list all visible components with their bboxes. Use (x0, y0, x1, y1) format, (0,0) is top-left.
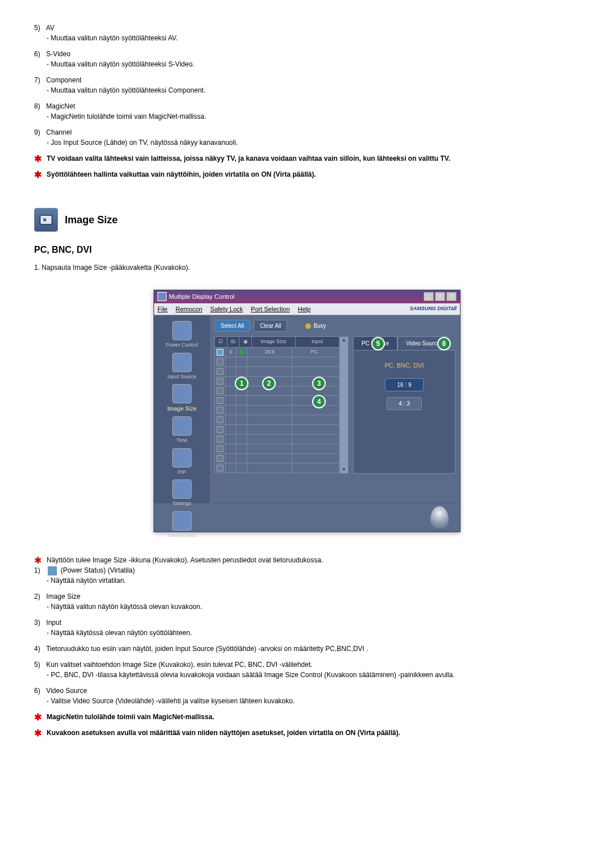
sidebar-item-time[interactable]: Time (156, 416, 208, 445)
bottom-section: Näyttöön tulee Image Size -ikkuna (Kuvak… (34, 555, 580, 738)
section-header: Image Size (34, 208, 580, 232)
row-checkbox[interactable] (217, 445, 223, 452)
list-title: Input (46, 619, 61, 627)
list-num: 3) (34, 617, 44, 628)
close-button[interactable]: × (446, 292, 457, 301)
sidebar-item-pip[interactable]: PIP (156, 448, 208, 477)
list-desc: - Muuttaa valitun näytön syöttölähteeksi… (47, 59, 580, 69)
list-item-5: 5) AV - Muuttaa valitun näytön syöttöläh… (34, 23, 580, 43)
row-checkbox[interactable] (217, 378, 223, 385)
row-checkbox[interactable] (217, 416, 223, 423)
table-row-empty (214, 425, 339, 435)
menu-help[interactable]: Help (298, 304, 311, 314)
list-title: Image Size (46, 592, 80, 600)
callout-5: 5 (371, 337, 385, 350)
table-row-empty (214, 464, 339, 473)
titlebar-left: Multiple Display Control (157, 292, 235, 302)
callout-2: 2 (262, 377, 276, 390)
row-checkbox[interactable] (217, 358, 223, 365)
list-title: Component (46, 76, 81, 84)
table-scrollbar[interactable] (339, 336, 349, 474)
table-row-empty (214, 435, 339, 444)
row-checkbox[interactable] (217, 426, 223, 433)
input-source-icon (172, 353, 192, 372)
list-title: Video Source (46, 687, 87, 695)
list-title: AV (46, 24, 55, 32)
list-title: Channel (46, 128, 72, 136)
row-checkbox[interactable] (217, 407, 223, 414)
row-checkbox[interactable] (217, 387, 223, 394)
brand-logo: SAMSUNG DIGITall (410, 305, 457, 313)
list-desc: - Näyttää näytön virtatilan. (47, 575, 580, 586)
row-checkbox[interactable] (217, 349, 223, 356)
menu-file[interactable]: File (157, 304, 168, 314)
row-checkbox[interactable] (217, 465, 223, 471)
list-title: Kun valitset vaihtoehdon Image Size (Kuv… (46, 661, 312, 669)
callout-3: 3 (312, 377, 326, 390)
tabs-panel: PC Source Video Source PC, BNC, DVI 16 :… (353, 336, 455, 474)
sidebar: Power Control Input Source Image Size Ti… (154, 315, 210, 503)
menu-safety-lock[interactable]: Safety Lock (210, 304, 243, 314)
list-item-6: 6) S-Video - Muuttaa valitun näytön syöt… (34, 49, 580, 69)
list-item-b6: 6) Video Source - Valitse Video Source (… (34, 686, 580, 706)
row-checkbox[interactable] (217, 436, 223, 443)
sidebar-item-input-source[interactable]: Input Source (156, 353, 208, 381)
row-checkbox[interactable] (217, 368, 223, 375)
note-tv-source: TV voidaan valita lähteeksi vain laittei… (34, 153, 580, 164)
row-id: 0 (226, 348, 237, 357)
main-content: Select All Clear All Busy ☑ ID (210, 315, 460, 503)
busy-icon (305, 323, 311, 329)
list-item-b1: 1) (Power Status) (Virtatila) - Näyttää … (34, 565, 580, 586)
list-title: (Power Status) (Virtatila) (61, 566, 135, 574)
list-desc: - MagicNetin tulolähde toimii vain Magic… (47, 111, 580, 122)
list-desc: - Valitse Video Source (Videolähde) -väl… (47, 696, 580, 706)
app-body: Power Control Input Source Image Size Ti… (154, 315, 460, 503)
maximize-button[interactable]: □ (435, 292, 445, 301)
list-num: 7) (34, 75, 44, 85)
app-window: Multiple Display Control _ □ × File Remo… (154, 290, 460, 532)
callout-1: 1 (235, 377, 248, 390)
menu-remocon[interactable]: Remocon (176, 304, 202, 314)
note-input-source: Syöttölähteen hallinta vaikuttaa vain nä… (34, 169, 580, 180)
row-checkbox[interactable] (217, 455, 223, 462)
sidebar-label: Settings (156, 500, 208, 508)
th-input: Input (296, 337, 339, 347)
th-id: ID (227, 337, 240, 347)
subsection-title: PC, BNC, DVI (34, 243, 580, 257)
power-icon (172, 321, 192, 340)
list-desc: - Näyttää käytössä olevan näytön syöttöl… (47, 628, 580, 638)
list-item-b2: 2) Image Size - Näyttää valitun näytön k… (34, 591, 580, 612)
clear-all-button[interactable]: Clear All (254, 320, 287, 332)
settings-icon (172, 479, 192, 499)
menubar: File Remocon Safety Lock Port Selection … (154, 303, 460, 316)
note-image-size-setting: Kuvakoon asetuksen avulla voi määrittää … (34, 728, 580, 738)
minimize-button[interactable]: _ (424, 292, 434, 301)
content-row: ☑ ID ◉ Image Size Input 0 16:9 (214, 336, 455, 474)
info-icon[interactable] (430, 506, 449, 529)
option-16-9[interactable]: 16 : 9 (385, 378, 423, 391)
power-status-inline-icon (48, 566, 57, 575)
app-screenshot: Multiple Display Control _ □ × File Remo… (154, 290, 460, 532)
sidebar-item-power-control[interactable]: Power Control (156, 321, 208, 349)
callout-4: 4 (312, 395, 326, 408)
list-num: 9) (34, 127, 44, 137)
list-title: Tietoruudukko tuo esiin vain näytöt, joi… (46, 645, 368, 653)
row-checkbox[interactable] (217, 397, 223, 404)
sidebar-label: Time (156, 437, 208, 445)
image-size-icon (34, 208, 58, 232)
sidebar-item-image-size[interactable]: Image Size (156, 384, 208, 413)
sidebar-item-maintenance[interactable]: Maintenance (156, 511, 208, 540)
section-intro: 1. Napsauta Image Size -pääkuvaketta (Ku… (34, 262, 580, 273)
sidebar-item-settings[interactable]: Settings (156, 479, 208, 508)
power-status-icon (239, 349, 244, 355)
table-row[interactable]: 0 16:9 PC (214, 348, 339, 357)
busy-label: Busy (313, 322, 326, 330)
note-magicnet: MagicNetin tulolähde toimii vain MagicNe… (34, 712, 580, 722)
callout-6: 6 (437, 337, 451, 350)
menu-port-selection[interactable]: Port Selection (251, 304, 289, 314)
table-row-empty (214, 367, 339, 377)
select-all-button[interactable]: Select All (214, 320, 250, 332)
table-row-empty (214, 357, 339, 367)
list-title: MagicNet (46, 102, 75, 110)
option-4-3[interactable]: 4 : 3 (387, 397, 421, 410)
